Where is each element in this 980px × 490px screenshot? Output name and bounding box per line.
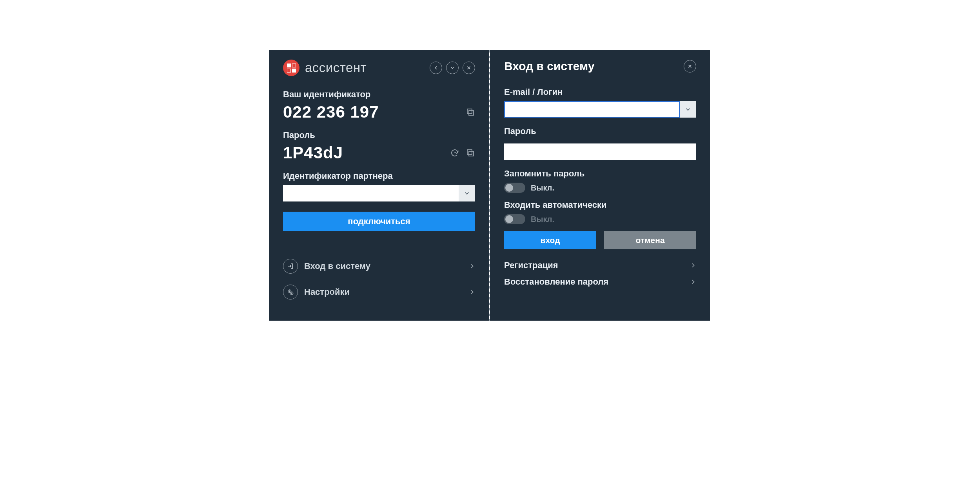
refresh-password-button[interactable] bbox=[450, 148, 459, 158]
register-link-label: Регистрация bbox=[504, 260, 558, 270]
close-button[interactable] bbox=[463, 62, 475, 74]
nav-settings-label: Настройки bbox=[304, 287, 350, 297]
auto-login-label: Входить автоматически bbox=[504, 200, 696, 210]
main-panel: ассистент Ваш идентификатор 022 236 197 bbox=[269, 50, 489, 321]
recover-password-link[interactable]: Восстановление пароля bbox=[504, 274, 696, 290]
your-id-value: 022 236 197 bbox=[283, 103, 379, 122]
partner-id-combo bbox=[283, 185, 475, 201]
svg-rect-4 bbox=[469, 151, 474, 156]
chevron-right-icon bbox=[469, 287, 475, 297]
recover-link-label: Восстановление пароля bbox=[504, 277, 608, 287]
cancel-button[interactable]: отмена bbox=[604, 231, 696, 249]
chevron-right-icon bbox=[469, 261, 475, 271]
copy-password-button[interactable] bbox=[466, 148, 475, 158]
svg-point-9 bbox=[290, 292, 293, 295]
partner-id-input[interactable] bbox=[283, 185, 459, 201]
svg-point-8 bbox=[289, 291, 290, 292]
back-button[interactable] bbox=[430, 62, 442, 74]
svg-rect-5 bbox=[467, 150, 472, 154]
chevron-right-icon bbox=[690, 261, 696, 270]
login-password-label: Пароль bbox=[504, 126, 696, 136]
nav-settings[interactable]: Настройки bbox=[283, 279, 475, 305]
login-button[interactable]: вход bbox=[504, 231, 596, 249]
partner-id-dropdown-button[interactable] bbox=[459, 185, 475, 201]
app-title: ассистент bbox=[305, 60, 367, 75]
svg-rect-3 bbox=[467, 109, 472, 114]
copy-id-button[interactable] bbox=[466, 107, 475, 117]
svg-point-10 bbox=[291, 293, 292, 294]
partner-id-label: Идентификатор партнера bbox=[283, 171, 475, 181]
nav-login[interactable]: Вход в систему bbox=[283, 253, 475, 279]
nav-login-label: Вход в систему bbox=[304, 261, 370, 271]
gear-icon bbox=[283, 285, 298, 299]
remember-toggle-state: Выкл. bbox=[531, 183, 554, 192]
email-input[interactable] bbox=[504, 101, 680, 118]
email-combo bbox=[504, 101, 696, 118]
menu-dropdown-button[interactable] bbox=[446, 62, 459, 74]
email-label: E-mail / Логин bbox=[504, 87, 696, 97]
login-panel: Вход в систему E-mail / Логин Пароль Зап… bbox=[490, 50, 710, 321]
login-panel-title: Вход в систему bbox=[504, 60, 595, 73]
app-logo-icon bbox=[283, 60, 299, 76]
login-icon bbox=[283, 259, 298, 274]
email-dropdown-button[interactable] bbox=[680, 101, 696, 118]
your-id-label: Ваш идентификатор bbox=[283, 89, 475, 100]
auto-login-toggle[interactable] bbox=[504, 214, 525, 224]
cancel-button-label: отмена bbox=[635, 236, 664, 245]
login-button-label: вход bbox=[541, 236, 560, 245]
remember-password-label: Запомнить пароль bbox=[504, 169, 696, 179]
login-password-input[interactable] bbox=[504, 143, 696, 160]
register-link[interactable]: Регистрация bbox=[504, 257, 696, 274]
connect-button[interactable]: подключиться bbox=[283, 212, 475, 231]
login-panel-close-button[interactable] bbox=[684, 60, 696, 73]
connect-button-label: подключиться bbox=[348, 216, 410, 227]
auto-toggle-state: Выкл. bbox=[531, 215, 554, 224]
window-controls bbox=[430, 62, 475, 74]
password-value: 1P43dJ bbox=[283, 143, 343, 162]
remember-password-toggle[interactable] bbox=[504, 183, 525, 193]
password-label: Пароль bbox=[283, 130, 475, 140]
svg-rect-2 bbox=[469, 111, 474, 115]
chevron-right-icon bbox=[690, 277, 696, 287]
